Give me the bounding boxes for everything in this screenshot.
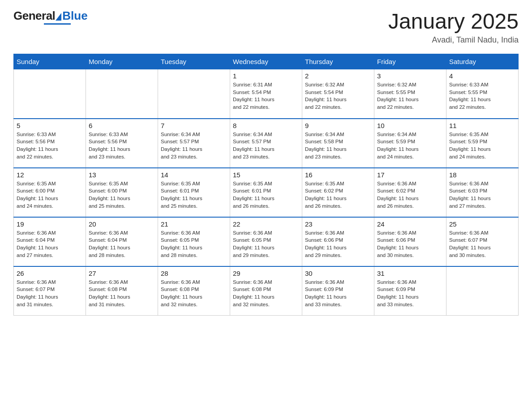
location-text: Avadi, Tamil Nadu, India [388, 35, 519, 45]
day-number: 26 [17, 270, 83, 277]
calendar-cell: 25Sunrise: 6:36 AM Sunset: 6:07 PM Dayli… [446, 217, 519, 266]
day-of-week-header: Sunday [14, 54, 86, 69]
day-number: 5 [17, 122, 83, 129]
calendar-table: SundayMondayTuesdayWednesdayThursdayFrid… [13, 54, 519, 316]
day-info: Sunrise: 6:31 AM Sunset: 5:54 PM Dayligh… [233, 81, 299, 111]
title-section: January 2025 Avadi, Tamil Nadu, India [388, 9, 519, 45]
logo-general-text: General [13, 9, 55, 23]
day-info: Sunrise: 6:36 AM Sunset: 6:05 PM Dayligh… [233, 229, 299, 259]
day-number: 20 [89, 220, 155, 228]
calendar-cell: 21Sunrise: 6:36 AM Sunset: 6:05 PM Dayli… [158, 217, 230, 266]
day-info: Sunrise: 6:36 AM Sunset: 6:07 PM Dayligh… [17, 278, 83, 308]
day-info: Sunrise: 6:36 AM Sunset: 6:07 PM Dayligh… [449, 229, 515, 259]
day-of-week-header: Thursday [302, 54, 374, 69]
calendar-cell: 23Sunrise: 6:36 AM Sunset: 6:06 PM Dayli… [302, 217, 374, 266]
day-info: Sunrise: 6:36 AM Sunset: 6:08 PM Dayligh… [161, 278, 227, 308]
day-number: 11 [449, 122, 515, 129]
day-info: Sunrise: 6:35 AM Sunset: 5:59 PM Dayligh… [449, 131, 515, 161]
calendar-cell: 13Sunrise: 6:35 AM Sunset: 6:00 PM Dayli… [86, 168, 158, 217]
day-number: 19 [17, 220, 83, 228]
day-number: 8 [233, 122, 299, 129]
calendar-cell: 5Sunrise: 6:33 AM Sunset: 5:56 PM Daylig… [14, 119, 86, 168]
calendar-cell: 12Sunrise: 6:35 AM Sunset: 6:00 PM Dayli… [14, 168, 86, 217]
day-number: 31 [377, 270, 443, 277]
day-info: Sunrise: 6:36 AM Sunset: 6:03 PM Dayligh… [449, 180, 515, 210]
calendar-cell: 26Sunrise: 6:36 AM Sunset: 6:07 PM Dayli… [14, 266, 86, 316]
day-info: Sunrise: 6:36 AM Sunset: 6:06 PM Dayligh… [305, 229, 371, 259]
calendar-cell: 27Sunrise: 6:36 AM Sunset: 6:08 PM Dayli… [86, 266, 158, 316]
calendar-cell: 18Sunrise: 6:36 AM Sunset: 6:03 PM Dayli… [446, 168, 519, 217]
day-info: Sunrise: 6:36 AM Sunset: 6:08 PM Dayligh… [233, 278, 299, 308]
day-info: Sunrise: 6:36 AM Sunset: 6:04 PM Dayligh… [17, 229, 83, 259]
day-info: Sunrise: 6:36 AM Sunset: 6:08 PM Dayligh… [89, 278, 155, 308]
calendar-week-row: 19Sunrise: 6:36 AM Sunset: 6:04 PM Dayli… [14, 217, 519, 266]
calendar-cell [86, 69, 158, 119]
day-number: 4 [449, 72, 515, 80]
day-info: Sunrise: 6:35 AM Sunset: 6:02 PM Dayligh… [305, 180, 371, 210]
calendar-cell: 24Sunrise: 6:36 AM Sunset: 6:06 PM Dayli… [374, 217, 446, 266]
day-number: 13 [89, 171, 155, 179]
day-info: Sunrise: 6:36 AM Sunset: 6:02 PM Dayligh… [377, 180, 443, 210]
calendar-cell: 7Sunrise: 6:34 AM Sunset: 5:57 PM Daylig… [158, 119, 230, 168]
day-number: 23 [305, 220, 371, 228]
day-number: 22 [233, 220, 299, 228]
day-number: 12 [17, 171, 83, 179]
day-of-week-header: Monday [86, 54, 158, 69]
calendar-cell: 9Sunrise: 6:34 AM Sunset: 5:58 PM Daylig… [302, 119, 374, 168]
logo-triangle-icon [56, 13, 61, 21]
calendar-cell: 30Sunrise: 6:36 AM Sunset: 6:09 PM Dayli… [302, 266, 374, 316]
calendar-cell: 19Sunrise: 6:36 AM Sunset: 6:04 PM Dayli… [14, 217, 86, 266]
calendar-cell: 28Sunrise: 6:36 AM Sunset: 6:08 PM Dayli… [158, 266, 230, 316]
calendar-cell: 31Sunrise: 6:36 AM Sunset: 6:09 PM Dayli… [374, 266, 446, 316]
calendar-cell: 6Sunrise: 6:33 AM Sunset: 5:56 PM Daylig… [86, 119, 158, 168]
calendar-cell: 3Sunrise: 6:32 AM Sunset: 5:55 PM Daylig… [374, 69, 446, 119]
day-number: 27 [89, 270, 155, 277]
day-number: 21 [161, 220, 227, 228]
day-info: Sunrise: 6:36 AM Sunset: 6:04 PM Dayligh… [89, 229, 155, 259]
day-info: Sunrise: 6:36 AM Sunset: 6:09 PM Dayligh… [305, 278, 371, 308]
day-info: Sunrise: 6:36 AM Sunset: 6:05 PM Dayligh… [161, 229, 227, 259]
calendar-cell: 11Sunrise: 6:35 AM Sunset: 5:59 PM Dayli… [446, 119, 519, 168]
calendar-week-row: 1Sunrise: 6:31 AM Sunset: 5:54 PM Daylig… [14, 69, 519, 119]
day-number: 2 [305, 72, 371, 80]
day-number: 25 [449, 220, 515, 228]
day-info: Sunrise: 6:34 AM Sunset: 5:59 PM Dayligh… [377, 131, 443, 161]
calendar-cell: 8Sunrise: 6:34 AM Sunset: 5:57 PM Daylig… [230, 119, 302, 168]
day-of-week-header: Friday [374, 54, 446, 69]
day-number: 30 [305, 270, 371, 277]
day-info: Sunrise: 6:32 AM Sunset: 5:55 PM Dayligh… [377, 81, 443, 111]
calendar-cell: 15Sunrise: 6:35 AM Sunset: 6:01 PM Dayli… [230, 168, 302, 217]
day-info: Sunrise: 6:34 AM Sunset: 5:58 PM Dayligh… [305, 131, 371, 161]
day-number: 14 [161, 171, 227, 179]
day-number: 10 [377, 122, 443, 129]
calendar-cell: 4Sunrise: 6:33 AM Sunset: 5:55 PM Daylig… [446, 69, 519, 119]
logo-blue-text: Blue [62, 9, 87, 23]
day-number: 28 [161, 270, 227, 277]
day-number: 24 [377, 220, 443, 228]
day-info: Sunrise: 6:32 AM Sunset: 5:54 PM Dayligh… [305, 81, 371, 111]
day-info: Sunrise: 6:35 AM Sunset: 6:01 PM Dayligh… [233, 180, 299, 210]
day-number: 3 [377, 72, 443, 80]
logo-underline [44, 23, 71, 25]
calendar-week-row: 5Sunrise: 6:33 AM Sunset: 5:56 PM Daylig… [14, 119, 519, 168]
day-of-week-header: Wednesday [230, 54, 302, 69]
calendar-week-row: 12Sunrise: 6:35 AM Sunset: 6:00 PM Dayli… [14, 168, 519, 217]
calendar-cell: 16Sunrise: 6:35 AM Sunset: 6:02 PM Dayli… [302, 168, 374, 217]
day-info: Sunrise: 6:35 AM Sunset: 6:00 PM Dayligh… [89, 180, 155, 210]
day-number: 16 [305, 171, 371, 179]
day-number: 6 [89, 122, 155, 129]
page-header: General Blue January 2025 Avadi, Tamil N… [13, 9, 519, 45]
day-info: Sunrise: 6:33 AM Sunset: 5:56 PM Dayligh… [17, 131, 83, 161]
calendar-cell: 20Sunrise: 6:36 AM Sunset: 6:04 PM Dayli… [86, 217, 158, 266]
day-info: Sunrise: 6:36 AM Sunset: 6:09 PM Dayligh… [377, 278, 443, 308]
month-title: January 2025 [388, 9, 519, 34]
calendar-cell: 17Sunrise: 6:36 AM Sunset: 6:02 PM Dayli… [374, 168, 446, 217]
day-number: 1 [233, 72, 299, 80]
day-info: Sunrise: 6:35 AM Sunset: 6:00 PM Dayligh… [17, 180, 83, 210]
calendar-cell: 22Sunrise: 6:36 AM Sunset: 6:05 PM Dayli… [230, 217, 302, 266]
day-number: 17 [377, 171, 443, 179]
calendar-week-row: 26Sunrise: 6:36 AM Sunset: 6:07 PM Dayli… [14, 266, 519, 316]
day-info: Sunrise: 6:33 AM Sunset: 5:56 PM Dayligh… [89, 131, 155, 161]
day-number: 9 [305, 122, 371, 129]
day-info: Sunrise: 6:35 AM Sunset: 6:01 PM Dayligh… [161, 180, 227, 210]
